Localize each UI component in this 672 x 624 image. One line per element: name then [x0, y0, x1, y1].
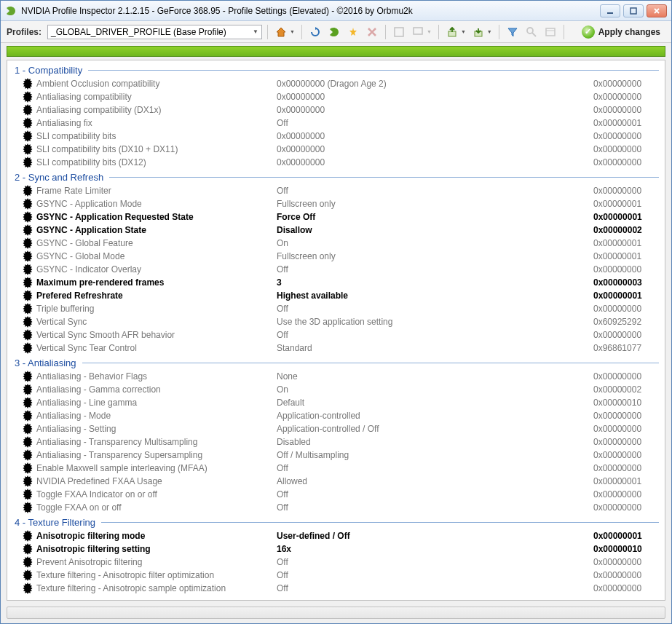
setting-value[interactable]: 0x00000000: [277, 144, 593, 154]
refresh-button[interactable]: [307, 24, 323, 40]
setting-row[interactable]: Antialiasing - Transparency Supersamplin…: [7, 449, 665, 462]
setting-row[interactable]: Prevent Anisotropic filteringOff0x000000…: [7, 556, 665, 569]
setting-value[interactable]: 0x00000000: [277, 157, 593, 167]
setting-row[interactable]: GSYNC - Application ModeFullscreen only0…: [7, 197, 665, 210]
setting-value[interactable]: 0x00000000: [277, 131, 593, 141]
setting-row[interactable]: GSYNC - Global ModeFullscreen only0x0000…: [7, 250, 665, 263]
export-button[interactable]: [444, 24, 460, 40]
settings-list[interactable]: 1 - CompatibilityAmbient Occlusion compa…: [7, 60, 665, 600]
setting-row[interactable]: Prefered RefreshrateHighest available0x0…: [7, 289, 665, 302]
setting-value[interactable]: Default: [277, 398, 593, 408]
setting-row[interactable]: Enable Maxwell sample interleaving (MFAA…: [7, 462, 665, 475]
setting-value[interactable]: Highest available: [277, 291, 593, 301]
setting-row[interactable]: Toggle FXAA on or offOff0x00000000: [7, 501, 665, 514]
close-button[interactable]: [647, 4, 667, 17]
setting-row[interactable]: Texture filtering - Anisotropic sample o…: [7, 582, 665, 595]
setting-value[interactable]: Off: [277, 463, 593, 473]
home-dropdown[interactable]: ▼: [290, 29, 295, 34]
settings-button[interactable]: [542, 24, 558, 40]
remove-app-button[interactable]: [410, 24, 426, 40]
setting-value[interactable]: Off: [277, 489, 593, 499]
setting-value[interactable]: Fullscreen only: [277, 199, 593, 209]
profile-combobox[interactable]: _GLOBAL_DRIVER_PROFILE (Base Profile) ▼: [47, 25, 262, 39]
setting-row[interactable]: GSYNC - Application Requested StateForce…: [7, 210, 665, 224]
setting-value[interactable]: None: [277, 371, 593, 382]
setting-value[interactable]: Disabled: [277, 437, 593, 447]
setting-value[interactable]: Fullscreen only: [277, 251, 593, 261]
setting-value[interactable]: User-defined / Off: [277, 531, 593, 541]
home-button[interactable]: [273, 24, 289, 40]
setting-value[interactable]: Application-controlled: [277, 411, 593, 421]
setting-value[interactable]: Off: [277, 118, 593, 128]
horizontal-scrollbar[interactable]: [7, 607, 665, 619]
setting-value[interactable]: Force Off: [277, 212, 593, 222]
setting-value[interactable]: 3: [277, 277, 593, 288]
setting-row[interactable]: SLI compatibility bits0x000000000x000000…: [7, 130, 665, 143]
setting-value[interactable]: Off: [277, 264, 593, 275]
maximize-button[interactable]: [623, 4, 644, 17]
setting-value[interactable]: Standard: [277, 343, 593, 353]
setting-row[interactable]: Triple bufferingOff0x00000000: [7, 302, 665, 315]
setting-value[interactable]: Off: [277, 186, 593, 196]
setting-value[interactable]: Allowed: [277, 476, 593, 486]
new-profile-button[interactable]: [345, 24, 361, 40]
setting-value[interactable]: Disallow: [277, 225, 593, 235]
setting-row[interactable]: Anisotropic filtering setting16x0x000000…: [7, 542, 665, 556]
setting-row[interactable]: Antialiasing - Gamma correctionOn0x00000…: [7, 383, 665, 396]
setting-row[interactable]: Antialiasing - Behavior FlagsNone0x00000…: [7, 370, 665, 383]
setting-row[interactable]: Texture filtering - Anisotropic filter o…: [7, 569, 665, 582]
setting-row[interactable]: Antialiasing compatibility (DX1x)0x00000…: [7, 103, 665, 116]
nvidia-button[interactable]: [326, 24, 342, 40]
section-header[interactable]: 3 - Antialiasing: [7, 355, 665, 370]
setting-row[interactable]: SLI compatibility bits (DX12)0x000000000…: [7, 156, 665, 169]
setting-row[interactable]: SLI compatibility bits (DX10 + DX11)0x00…: [7, 143, 665, 156]
import-dropdown[interactable]: ▼: [487, 29, 492, 34]
setting-row[interactable]: Antialiasing - ModeApplication-controlle…: [7, 409, 665, 422]
filter-button[interactable]: [505, 24, 521, 40]
setting-value[interactable]: Off: [277, 557, 593, 567]
setting-value[interactable]: Off: [277, 330, 593, 340]
setting-value[interactable]: Off: [277, 583, 593, 593]
setting-value[interactable]: Off: [277, 304, 593, 314]
setting-value[interactable]: On: [277, 238, 593, 248]
setting-row[interactable]: Antialiasing - Transparency Multisamplin…: [7, 435, 665, 449]
setting-row[interactable]: Antialiasing fixOff0x00000001: [7, 116, 665, 130]
section-header[interactable]: 1 - Compatibility: [7, 62, 665, 77]
export-dropdown[interactable]: ▼: [461, 29, 466, 34]
setting-row[interactable]: Ambient Occlusion compatibility0x0000000…: [7, 77, 665, 90]
app-dropdown[interactable]: ▼: [427, 29, 432, 34]
setting-row[interactable]: Maximum pre-rendered frames30x00000003: [7, 276, 665, 289]
setting-row[interactable]: Frame Rate LimiterOff0x00000000: [7, 184, 665, 197]
import-button[interactable]: [470, 24, 486, 40]
minimize-button[interactable]: [600, 4, 620, 17]
setting-row[interactable]: GSYNC - Application StateDisallow0x00000…: [7, 224, 665, 237]
setting-value[interactable]: Off: [277, 502, 593, 513]
setting-row[interactable]: Antialiasing - SettingApplication-contro…: [7, 422, 665, 435]
setting-value[interactable]: Off / Multisampling: [277, 450, 593, 460]
apply-label: Apply changes: [598, 27, 660, 37]
setting-row[interactable]: Antialiasing - Line gammaDefault0x000000…: [7, 396, 665, 409]
section-header[interactable]: 4 - Texture Filtering: [7, 514, 665, 529]
setting-row[interactable]: Vertical Sync Tear ControlStandard0x9686…: [7, 341, 665, 355]
apply-changes-button[interactable]: ✓ Apply changes: [577, 23, 665, 42]
setting-row[interactable]: GSYNC - Indicator OverlayOff0x00000000: [7, 263, 665, 276]
setting-value[interactable]: 0x00000000: [277, 105, 593, 115]
setting-value[interactable]: Use the 3D application setting: [277, 317, 593, 327]
setting-value[interactable]: 0x00000000: [277, 92, 593, 102]
setting-row[interactable]: Antialiasing compatibility0x000000000x00…: [7, 90, 665, 103]
setting-row[interactable]: Vertical Sync Smooth AFR behaviorOff0x00…: [7, 328, 665, 341]
setting-value[interactable]: Off: [277, 570, 593, 580]
section-header[interactable]: 2 - Sync and Refresh: [7, 169, 665, 184]
setting-value[interactable]: On: [277, 384, 593, 395]
setting-row[interactable]: GSYNC - Global FeatureOn0x00000001: [7, 237, 665, 250]
search-button[interactable]: [523, 24, 539, 40]
setting-value[interactable]: Application-controlled / Off: [277, 424, 593, 434]
setting-row[interactable]: Toggle FXAA Indicator on or offOff0x0000…: [7, 488, 665, 501]
setting-row[interactable]: Vertical SyncUse the 3D application sett…: [7, 315, 665, 328]
delete-profile-button[interactable]: [364, 24, 380, 40]
add-app-button[interactable]: [391, 24, 407, 40]
setting-value[interactable]: 16x: [277, 544, 593, 554]
setting-value[interactable]: 0x00000000 (Dragon Age 2): [277, 79, 593, 89]
setting-row[interactable]: NVIDIA Predefined FXAA UsageAllowed0x000…: [7, 475, 665, 488]
setting-row[interactable]: Anisotropic filtering modeUser-defined /…: [7, 529, 665, 542]
